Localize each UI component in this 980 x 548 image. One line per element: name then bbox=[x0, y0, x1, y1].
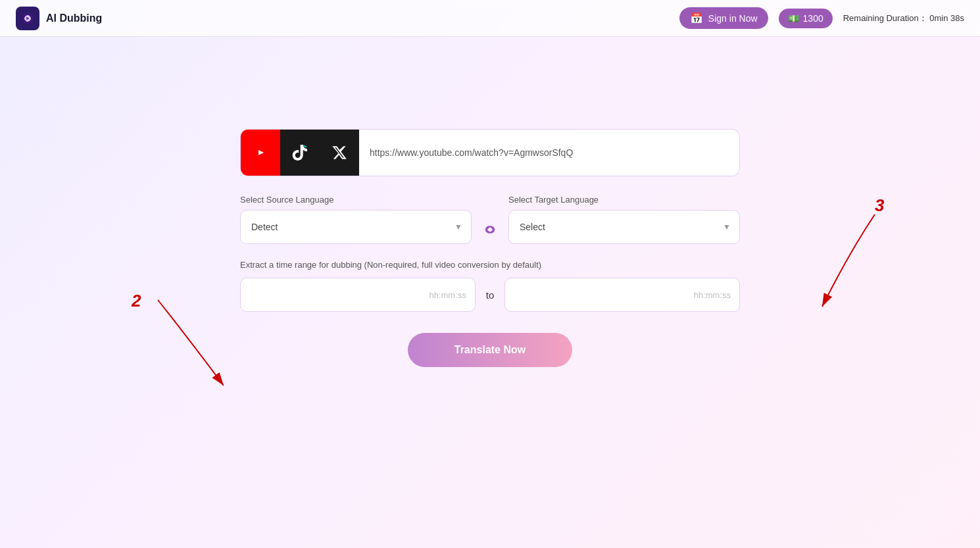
time-from-input[interactable] bbox=[240, 278, 476, 312]
time-to-input[interactable] bbox=[504, 278, 740, 312]
content-box: Select Source Language Detect English Ch… bbox=[240, 129, 740, 367]
tiktok-logo bbox=[280, 130, 320, 176]
to-label: to bbox=[486, 289, 495, 301]
time-range-label: Extract a time range for dubbing (Non-re… bbox=[240, 260, 740, 270]
source-language-select[interactable]: Detect English Chinese Spanish French bbox=[240, 210, 472, 244]
source-language-group: Select Source Language Detect English Ch… bbox=[240, 195, 472, 244]
app-logo-icon bbox=[16, 7, 39, 30]
url-input[interactable] bbox=[359, 147, 739, 158]
platform-logos bbox=[241, 130, 359, 176]
annotation-3-arrow: 3 bbox=[789, 188, 921, 333]
time-range-section: Extract a time range for dubbing (Non-re… bbox=[240, 260, 740, 312]
sign-in-button[interactable]: 📅 Sign in Now bbox=[679, 7, 768, 29]
app-title: AI Dubbing bbox=[46, 12, 102, 24]
svg-text:2: 2 bbox=[131, 291, 141, 311]
target-language-select[interactable]: Select English Chinese Spanish French Ge… bbox=[508, 210, 740, 244]
credits-badge: 💵 1300 bbox=[779, 9, 833, 28]
source-language-label: Select Source Language bbox=[240, 195, 472, 205]
swap-icon-wrapper bbox=[472, 216, 508, 244]
time-range-row: hh:mm:ss to hh:mm:ss bbox=[240, 278, 740, 312]
dollar-icon: 💵 bbox=[788, 13, 799, 24]
header: AI Dubbing 📅 Sign in Now 💵 1300 Remainin… bbox=[0, 0, 980, 37]
twitter-x-logo bbox=[320, 130, 359, 176]
time-to-wrapper: hh:mm:ss bbox=[504, 278, 740, 312]
language-row: Select Source Language Detect English Ch… bbox=[240, 195, 740, 244]
target-language-select-wrapper: Select English Chinese Spanish French Ge… bbox=[508, 210, 740, 244]
header-right: 📅 Sign in Now 💵 1300 Remaining Duration：… bbox=[679, 7, 964, 29]
time-from-wrapper: hh:mm:ss bbox=[240, 278, 476, 312]
remaining-duration: Remaining Duration： 0min 38s bbox=[843, 12, 964, 24]
swap-icon[interactable] bbox=[477, 216, 503, 243]
target-language-label: Select Target Language bbox=[508, 195, 740, 205]
source-language-select-wrapper: Detect English Chinese Spanish French ▼ bbox=[240, 210, 472, 244]
svg-text:3: 3 bbox=[875, 195, 885, 215]
target-language-group: Select Target Language Select English Ch… bbox=[508, 195, 740, 244]
youtube-logo bbox=[241, 130, 280, 176]
calendar-icon: 📅 bbox=[690, 12, 703, 24]
url-input-area bbox=[240, 129, 740, 176]
translate-now-button[interactable]: Translate Now bbox=[408, 333, 572, 367]
logo-area: AI Dubbing bbox=[16, 7, 679, 30]
main-content: Select Source Language Detect English Ch… bbox=[0, 37, 980, 367]
sign-in-label: Sign in Now bbox=[708, 13, 758, 24]
credits-value: 1300 bbox=[803, 13, 823, 24]
